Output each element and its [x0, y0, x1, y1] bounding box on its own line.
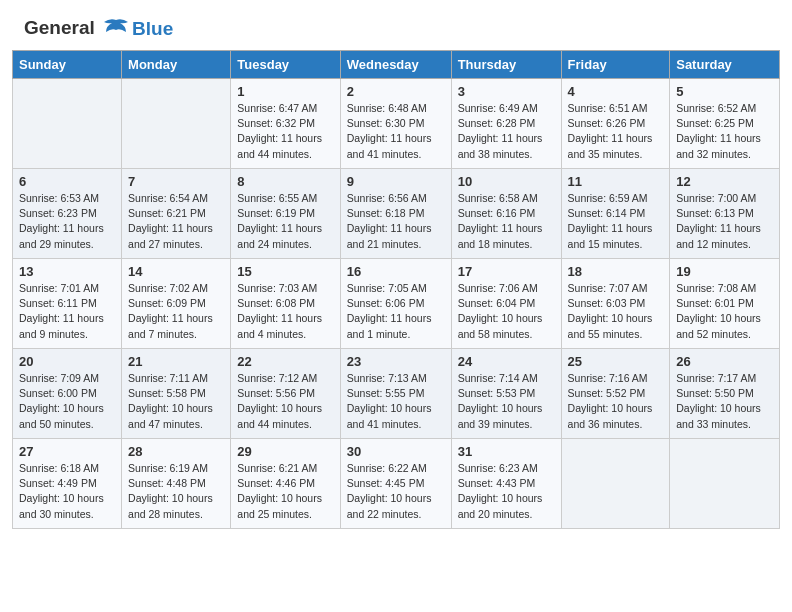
weekday-header-saturday: Saturday: [670, 51, 780, 79]
calendar-day-cell: 27Sunrise: 6:18 AM Sunset: 4:49 PM Dayli…: [13, 439, 122, 529]
calendar-table: SundayMondayTuesdayWednesdayThursdayFrid…: [12, 50, 780, 529]
calendar-day-cell: 16Sunrise: 7:05 AM Sunset: 6:06 PM Dayli…: [340, 259, 451, 349]
calendar-day-cell: 23Sunrise: 7:13 AM Sunset: 5:55 PM Dayli…: [340, 349, 451, 439]
day-info: Sunrise: 7:00 AM Sunset: 6:13 PM Dayligh…: [676, 191, 773, 252]
day-info: Sunrise: 6:49 AM Sunset: 6:28 PM Dayligh…: [458, 101, 555, 162]
calendar-day-cell: 25Sunrise: 7:16 AM Sunset: 5:52 PM Dayli…: [561, 349, 670, 439]
calendar-day-cell: 12Sunrise: 7:00 AM Sunset: 6:13 PM Dayli…: [670, 169, 780, 259]
calendar-day-cell: 28Sunrise: 6:19 AM Sunset: 4:48 PM Dayli…: [122, 439, 231, 529]
calendar-day-cell: 9Sunrise: 6:56 AM Sunset: 6:18 PM Daylig…: [340, 169, 451, 259]
weekday-header-wednesday: Wednesday: [340, 51, 451, 79]
day-number: 30: [347, 444, 445, 459]
calendar-body: 1Sunrise: 6:47 AM Sunset: 6:32 PM Daylig…: [13, 79, 780, 529]
day-info: Sunrise: 6:19 AM Sunset: 4:48 PM Dayligh…: [128, 461, 224, 522]
day-number: 1: [237, 84, 333, 99]
calendar-day-cell: 3Sunrise: 6:49 AM Sunset: 6:28 PM Daylig…: [451, 79, 561, 169]
calendar-day-cell: 2Sunrise: 6:48 AM Sunset: 6:30 PM Daylig…: [340, 79, 451, 169]
calendar-day-cell: 5Sunrise: 6:52 AM Sunset: 6:25 PM Daylig…: [670, 79, 780, 169]
calendar-day-cell: 8Sunrise: 6:55 AM Sunset: 6:19 PM Daylig…: [231, 169, 340, 259]
calendar-day-cell: 18Sunrise: 7:07 AM Sunset: 6:03 PM Dayli…: [561, 259, 670, 349]
day-number: 14: [128, 264, 224, 279]
logo: General Blue: [24, 18, 173, 40]
day-number: 23: [347, 354, 445, 369]
calendar-day-cell: 20Sunrise: 7:09 AM Sunset: 6:00 PM Dayli…: [13, 349, 122, 439]
weekday-header-row: SundayMondayTuesdayWednesdayThursdayFrid…: [13, 51, 780, 79]
calendar-week-row: 13Sunrise: 7:01 AM Sunset: 6:11 PM Dayli…: [13, 259, 780, 349]
day-info: Sunrise: 7:13 AM Sunset: 5:55 PM Dayligh…: [347, 371, 445, 432]
calendar-day-cell: 26Sunrise: 7:17 AM Sunset: 5:50 PM Dayli…: [670, 349, 780, 439]
day-number: 6: [19, 174, 115, 189]
day-info: Sunrise: 7:11 AM Sunset: 5:58 PM Dayligh…: [128, 371, 224, 432]
calendar-day-cell: 7Sunrise: 6:54 AM Sunset: 6:21 PM Daylig…: [122, 169, 231, 259]
day-number: 25: [568, 354, 664, 369]
day-number: 2: [347, 84, 445, 99]
calendar-day-cell: 15Sunrise: 7:03 AM Sunset: 6:08 PM Dayli…: [231, 259, 340, 349]
calendar-day-cell: 31Sunrise: 6:23 AM Sunset: 4:43 PM Dayli…: [451, 439, 561, 529]
day-number: 27: [19, 444, 115, 459]
day-info: Sunrise: 7:14 AM Sunset: 5:53 PM Dayligh…: [458, 371, 555, 432]
calendar-week-row: 6Sunrise: 6:53 AM Sunset: 6:23 PM Daylig…: [13, 169, 780, 259]
day-number: 7: [128, 174, 224, 189]
calendar-day-cell: 14Sunrise: 7:02 AM Sunset: 6:09 PM Dayli…: [122, 259, 231, 349]
day-info: Sunrise: 6:52 AM Sunset: 6:25 PM Dayligh…: [676, 101, 773, 162]
day-number: 21: [128, 354, 224, 369]
day-number: 4: [568, 84, 664, 99]
day-number: 26: [676, 354, 773, 369]
day-info: Sunrise: 6:51 AM Sunset: 6:26 PM Dayligh…: [568, 101, 664, 162]
weekday-header-thursday: Thursday: [451, 51, 561, 79]
day-number: 12: [676, 174, 773, 189]
day-info: Sunrise: 6:56 AM Sunset: 6:18 PM Dayligh…: [347, 191, 445, 252]
calendar-day-cell: [13, 79, 122, 169]
calendar-day-cell: [122, 79, 231, 169]
day-info: Sunrise: 7:12 AM Sunset: 5:56 PM Dayligh…: [237, 371, 333, 432]
day-info: Sunrise: 7:02 AM Sunset: 6:09 PM Dayligh…: [128, 281, 224, 342]
day-info: Sunrise: 6:55 AM Sunset: 6:19 PM Dayligh…: [237, 191, 333, 252]
day-info: Sunrise: 7:08 AM Sunset: 6:01 PM Dayligh…: [676, 281, 773, 342]
day-number: 29: [237, 444, 333, 459]
day-info: Sunrise: 7:03 AM Sunset: 6:08 PM Dayligh…: [237, 281, 333, 342]
day-number: 5: [676, 84, 773, 99]
day-info: Sunrise: 7:06 AM Sunset: 6:04 PM Dayligh…: [458, 281, 555, 342]
day-number: 13: [19, 264, 115, 279]
calendar-day-cell: [670, 439, 780, 529]
day-info: Sunrise: 6:18 AM Sunset: 4:49 PM Dayligh…: [19, 461, 115, 522]
day-info: Sunrise: 7:05 AM Sunset: 6:06 PM Dayligh…: [347, 281, 445, 342]
logo-bird-icon: [102, 18, 130, 40]
day-info: Sunrise: 7:01 AM Sunset: 6:11 PM Dayligh…: [19, 281, 115, 342]
weekday-header-tuesday: Tuesday: [231, 51, 340, 79]
day-number: 9: [347, 174, 445, 189]
day-number: 8: [237, 174, 333, 189]
calendar-day-cell: 17Sunrise: 7:06 AM Sunset: 6:04 PM Dayli…: [451, 259, 561, 349]
day-number: 31: [458, 444, 555, 459]
day-info: Sunrise: 7:07 AM Sunset: 6:03 PM Dayligh…: [568, 281, 664, 342]
day-info: Sunrise: 6:54 AM Sunset: 6:21 PM Dayligh…: [128, 191, 224, 252]
day-number: 3: [458, 84, 555, 99]
calendar-day-cell: 30Sunrise: 6:22 AM Sunset: 4:45 PM Dayli…: [340, 439, 451, 529]
calendar-day-cell: 4Sunrise: 6:51 AM Sunset: 6:26 PM Daylig…: [561, 79, 670, 169]
day-info: Sunrise: 6:22 AM Sunset: 4:45 PM Dayligh…: [347, 461, 445, 522]
day-number: 15: [237, 264, 333, 279]
calendar-day-cell: 29Sunrise: 6:21 AM Sunset: 4:46 PM Dayli…: [231, 439, 340, 529]
day-number: 17: [458, 264, 555, 279]
calendar-day-cell: 24Sunrise: 7:14 AM Sunset: 5:53 PM Dayli…: [451, 349, 561, 439]
day-info: Sunrise: 6:53 AM Sunset: 6:23 PM Dayligh…: [19, 191, 115, 252]
calendar-day-cell: 21Sunrise: 7:11 AM Sunset: 5:58 PM Dayli…: [122, 349, 231, 439]
day-info: Sunrise: 6:21 AM Sunset: 4:46 PM Dayligh…: [237, 461, 333, 522]
day-number: 24: [458, 354, 555, 369]
page-header: General Blue: [0, 0, 792, 50]
day-info: Sunrise: 6:48 AM Sunset: 6:30 PM Dayligh…: [347, 101, 445, 162]
day-number: 22: [237, 354, 333, 369]
day-info: Sunrise: 6:23 AM Sunset: 4:43 PM Dayligh…: [458, 461, 555, 522]
day-info: Sunrise: 6:59 AM Sunset: 6:14 PM Dayligh…: [568, 191, 664, 252]
calendar-day-cell: 1Sunrise: 6:47 AM Sunset: 6:32 PM Daylig…: [231, 79, 340, 169]
day-info: Sunrise: 6:47 AM Sunset: 6:32 PM Dayligh…: [237, 101, 333, 162]
day-number: 16: [347, 264, 445, 279]
calendar-day-cell: 22Sunrise: 7:12 AM Sunset: 5:56 PM Dayli…: [231, 349, 340, 439]
calendar-day-cell: 10Sunrise: 6:58 AM Sunset: 6:16 PM Dayli…: [451, 169, 561, 259]
calendar-week-row: 20Sunrise: 7:09 AM Sunset: 6:00 PM Dayli…: [13, 349, 780, 439]
calendar-week-row: 1Sunrise: 6:47 AM Sunset: 6:32 PM Daylig…: [13, 79, 780, 169]
weekday-header-friday: Friday: [561, 51, 670, 79]
calendar-week-row: 27Sunrise: 6:18 AM Sunset: 4:49 PM Dayli…: [13, 439, 780, 529]
calendar-wrapper: SundayMondayTuesdayWednesdayThursdayFrid…: [0, 50, 792, 541]
calendar-day-cell: 19Sunrise: 7:08 AM Sunset: 6:01 PM Dayli…: [670, 259, 780, 349]
